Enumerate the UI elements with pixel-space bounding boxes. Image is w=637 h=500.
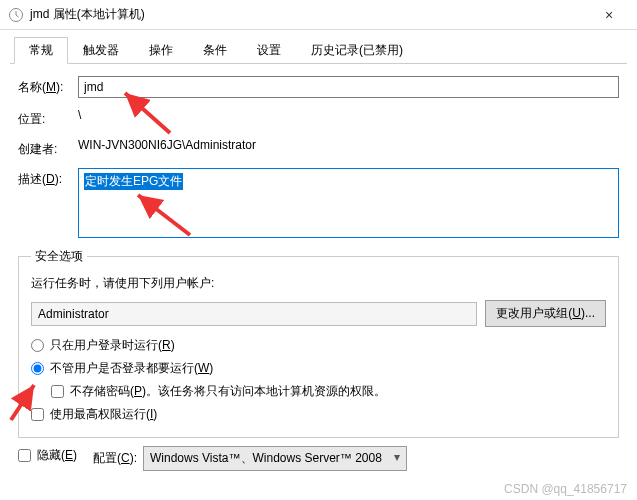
tab-conditions[interactable]: 条件 xyxy=(188,37,242,64)
check-hidden[interactable]: 隐藏(E) xyxy=(18,447,77,464)
check-hidden-input[interactable] xyxy=(18,449,31,462)
check-highest-priv[interactable]: 使用最高权限运行(I) xyxy=(31,406,606,423)
location-value: \ xyxy=(78,108,619,122)
tab-triggers[interactable]: 触发器 xyxy=(68,37,134,64)
config-combo[interactable]: Windows Vista™、Windows Server™ 2008 xyxy=(143,446,407,471)
watermark: CSDN @qq_41856717 xyxy=(504,482,627,496)
radio-logged-on-input[interactable] xyxy=(31,339,44,352)
tab-settings[interactable]: 设置 xyxy=(242,37,296,64)
security-options: 安全选项 运行任务时，请使用下列用户帐户: 更改用户或组(U)... 只在用户登… xyxy=(18,248,619,438)
name-input[interactable] xyxy=(78,76,619,98)
creator-label: 创建者: xyxy=(18,138,78,158)
radio-any-user-input[interactable] xyxy=(31,362,44,375)
run-as-label: 运行任务时，请使用下列用户帐户: xyxy=(31,275,606,292)
radio-any-user[interactable]: 不管用户是否登录都要运行(W) xyxy=(31,360,606,377)
close-button[interactable]: × xyxy=(589,7,629,23)
location-label: 位置: xyxy=(18,108,78,128)
name-label: 名称(M): xyxy=(18,76,78,96)
description-input[interactable]: 定时发生EPG文件 xyxy=(78,168,619,238)
tab-actions[interactable]: 操作 xyxy=(134,37,188,64)
clock-icon xyxy=(8,7,24,23)
check-no-store-pwd[interactable]: 不存储密码(P)。该任务将只有访问本地计算机资源的权限。 xyxy=(51,383,606,400)
window-title: jmd 属性(本地计算机) xyxy=(30,6,589,23)
tab-bar: 常规 触发器 操作 条件 设置 历史记录(已禁用) xyxy=(10,36,627,64)
description-label: 描述(D): xyxy=(18,168,78,188)
security-legend: 安全选项 xyxy=(31,248,87,265)
config-label: 配置(C): xyxy=(93,450,137,467)
tab-history[interactable]: 历史记录(已禁用) xyxy=(296,37,418,64)
creator-value: WIN-JVN300NI6JG\Administrator xyxy=(78,138,619,152)
tab-general[interactable]: 常规 xyxy=(14,37,68,64)
user-account-input xyxy=(31,302,477,326)
change-user-button[interactable]: 更改用户或组(U)... xyxy=(485,300,606,327)
check-no-store-pwd-input[interactable] xyxy=(51,385,64,398)
check-highest-priv-input[interactable] xyxy=(31,408,44,421)
radio-logged-on[interactable]: 只在用户登录时运行(R) xyxy=(31,337,606,354)
